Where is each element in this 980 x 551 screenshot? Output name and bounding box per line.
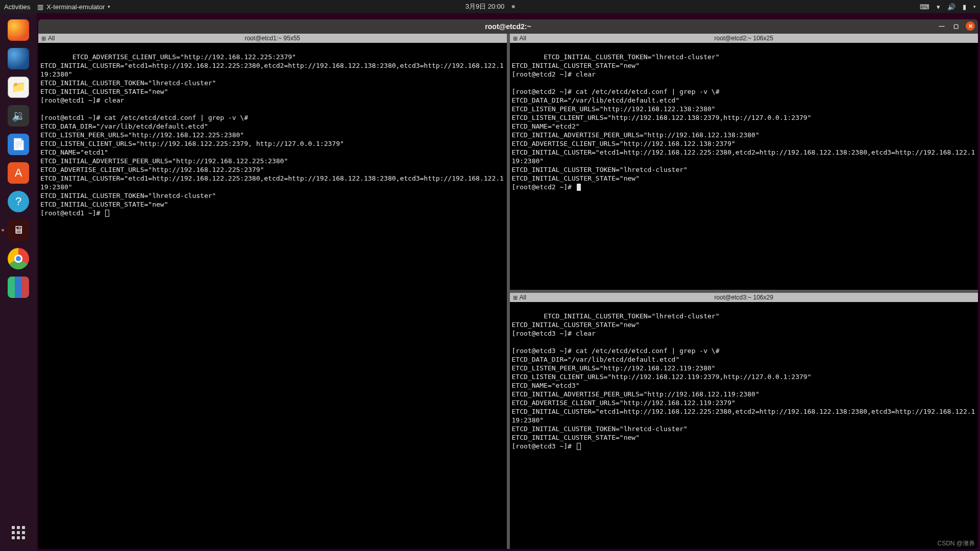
terminal-etcd2[interactable]: ETCD_INITIAL_CLUSTER_TOKEN="lhretcd-clus…	[510, 43, 978, 290]
dock-chrome[interactable]	[6, 246, 31, 271]
rhythmbox-icon: 🔉	[8, 105, 29, 127]
terminal-etcd1[interactable]: ETCD_ADVERTISE_CLIENT_URLS="http://192.1…	[38, 43, 507, 549]
chevron-down-icon: ▾	[108, 4, 110, 9]
activities-button[interactable]: Activities	[4, 3, 30, 11]
pane-size-label: root@etcd1:~ 95x55	[244, 35, 300, 42]
terminator-icon: 🖥	[8, 219, 29, 241]
volume-icon[interactable]: 🔊	[947, 3, 955, 11]
window-titlebar[interactable]: root@etcd2:~ — ▢ ✕	[38, 19, 978, 34]
broadcast-group-icon: ⊞	[513, 294, 518, 301]
gnome-topbar: Activities ▥ X-terminal-emulator ▾ 3月9日 …	[0, 0, 980, 13]
firefox-icon	[8, 19, 29, 41]
dock-terminator[interactable]: 🖥	[6, 217, 31, 243]
close-button[interactable]: ✕	[966, 21, 975, 31]
show-applications-button[interactable]	[8, 522, 29, 543]
dock-writer[interactable]: 📄	[6, 132, 31, 157]
dock-help[interactable]: ?	[6, 189, 31, 214]
clock-label: 3月9日 20:00	[465, 2, 505, 11]
battery-icon[interactable]: ▮	[963, 3, 966, 11]
broadcast-group-icon: ⊞	[513, 35, 518, 42]
pane-etcd3: ⊞ All root@etcd3:~ 106x29 ETCD_INITIAL_C…	[510, 293, 978, 549]
cursor-icon	[577, 443, 581, 450]
window-title: root@etcd2:~	[485, 22, 531, 31]
network-icon[interactable]: ▾	[937, 3, 940, 11]
thunderbird-icon	[8, 48, 29, 69]
app-menu-label: X-terminal-emulator	[46, 3, 105, 11]
dock-rhythmbox[interactable]: 🔉	[6, 103, 31, 129]
watermark: CSDN @潴养	[937, 539, 975, 548]
pane-size-label: root@etcd2:~ 106x25	[715, 35, 773, 42]
terminal-output: ETCD_INITIAL_CLUSTER_TOKEN="lhretcd-clus…	[512, 53, 975, 191]
terminal-output: ETCD_INITIAL_CLUSTER_TOKEN="lhretcd-clus…	[512, 312, 975, 450]
cursor-icon	[577, 184, 581, 191]
pane-header-etcd1[interactable]: ⊞ All root@etcd1:~ 95x55	[38, 34, 507, 43]
dock-software[interactable]: A	[6, 160, 31, 186]
chrome-icon	[8, 248, 29, 269]
terminator-panes: ⊞ All root@etcd1:~ 95x55 ETCD_ADVERTISE_…	[38, 34, 978, 549]
pane-tag: All	[520, 294, 526, 301]
pane-etcd2: ⊞ All root@etcd2:~ 106x25 ETCD_INITIAL_C…	[510, 34, 978, 290]
pane-etcd1: ⊞ All root@etcd1:~ 95x55 ETCD_ADVERTISE_…	[38, 34, 507, 549]
terminator-window: root@etcd2:~ — ▢ ✕ ⊞ All root@etcd1:~ 95…	[38, 19, 978, 549]
minimize-button[interactable]: —	[937, 21, 946, 31]
keyboard-layout-icon[interactable]: ⌨	[920, 3, 929, 11]
clock[interactable]: 3月9日 20:00	[465, 2, 515, 11]
terminal-output: ETCD_ADVERTISE_CLIENT_URLS="http://192.1…	[40, 53, 504, 217]
terminal-app-icon: ▥	[37, 3, 43, 11]
terminal-etcd3[interactable]: ETCD_INITIAL_CLUSTER_TOKEN="lhretcd-clus…	[510, 302, 978, 549]
dock: 📁 🔉 📄 A ? 🖥	[0, 13, 37, 551]
writer-icon: 📄	[8, 134, 29, 155]
pane-header-etcd3[interactable]: ⊞ All root@etcd3:~ 106x29	[510, 293, 978, 302]
system-menu-chevron-icon[interactable]: ▾	[973, 4, 976, 9]
app-menu[interactable]: ▥ X-terminal-emulator ▾	[37, 3, 110, 11]
maximize-button[interactable]: ▢	[951, 21, 961, 31]
pane-tag: All	[520, 35, 526, 42]
cursor-icon	[105, 210, 109, 217]
pane-tag: All	[48, 35, 55, 42]
software-icon: A	[8, 162, 29, 184]
vmm-icon	[8, 277, 29, 298]
dock-files[interactable]: 📁	[6, 74, 31, 100]
notification-dot-icon	[511, 5, 514, 8]
pane-size-label: root@etcd3:~ 106x29	[715, 294, 773, 301]
pane-header-etcd2[interactable]: ⊞ All root@etcd2:~ 106x25	[510, 34, 978, 43]
dock-vmm[interactable]	[6, 274, 31, 300]
help-icon: ?	[8, 191, 29, 212]
dock-thunderbird[interactable]	[6, 46, 31, 71]
files-icon: 📁	[8, 77, 29, 98]
dock-firefox[interactable]	[6, 17, 31, 43]
broadcast-group-icon: ⊞	[41, 35, 46, 42]
